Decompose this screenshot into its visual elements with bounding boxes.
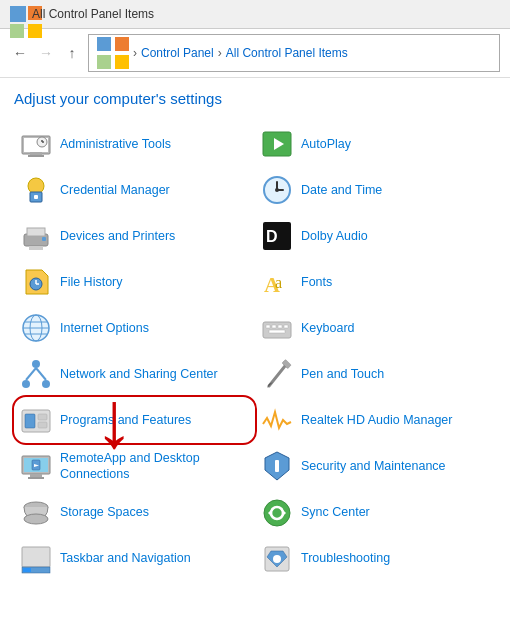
- keyboard-icon: [261, 312, 293, 344]
- network-and-sharing-center-label: Network and Sharing Center: [60, 366, 218, 382]
- svg-point-48: [22, 380, 30, 388]
- svg-point-77: [273, 555, 281, 563]
- title-bar-icon: [10, 6, 26, 22]
- svg-line-51: [36, 368, 46, 380]
- item-devices-and-printers[interactable]: Devices and Printers: [14, 213, 255, 259]
- item-remoteapp-and-desktop-connections[interactable]: RemoteApp and Desktop Connections: [14, 443, 255, 490]
- forward-button[interactable]: →: [36, 43, 56, 63]
- realtek-hd-audio-manager-icon: [261, 404, 293, 436]
- date-and-time-icon: [261, 174, 293, 206]
- svg-rect-44: [278, 325, 282, 328]
- title-bar-text: All Control Panel Items: [32, 7, 154, 21]
- svg-rect-7: [115, 55, 129, 69]
- credential-manager-label: Credential Manager: [60, 182, 170, 198]
- item-taskbar-and-navigation[interactable]: Taskbar and Navigation: [14, 536, 255, 582]
- item-credential-manager[interactable]: Credential Manager: [14, 167, 255, 213]
- title-bar: All Control Panel Items: [0, 0, 510, 29]
- svg-rect-56: [25, 414, 35, 428]
- item-autoplay[interactable]: AutoPlay: [255, 121, 496, 167]
- page-heading: Adjust your computer's settings: [14, 90, 496, 107]
- address-path: › Control Panel › All Control Panel Item…: [88, 34, 500, 72]
- svg-rect-25: [27, 228, 45, 236]
- svg-point-70: [264, 500, 290, 526]
- troubleshooting-label: Troubleshooting: [301, 550, 390, 566]
- item-pen-and-touch[interactable]: Pen and Touch: [255, 351, 496, 397]
- programs-and-features-label: Programs and Features: [60, 412, 191, 428]
- svg-rect-11: [28, 155, 44, 157]
- item-file-history[interactable]: File History: [14, 259, 255, 305]
- date-and-time-label: Date and Time: [301, 182, 382, 198]
- item-storage-spaces[interactable]: Storage Spaces: [14, 490, 255, 536]
- svg-rect-43: [272, 325, 276, 328]
- svg-rect-26: [42, 237, 46, 241]
- svg-rect-4: [97, 37, 111, 51]
- item-security-and-maintenance[interactable]: Security and Maintenance: [255, 443, 496, 490]
- svg-rect-62: [28, 477, 44, 479]
- item-internet-options[interactable]: Internet Options: [14, 305, 255, 351]
- svg-rect-2: [10, 24, 24, 38]
- administrative-tools-icon: [20, 128, 52, 160]
- address-bar: ← → ↑ › Control Panel › All Control Pane…: [0, 29, 510, 78]
- svg-point-23: [275, 188, 279, 192]
- file-history-label: File History: [60, 274, 123, 290]
- svg-rect-45: [284, 325, 288, 328]
- svg-rect-75: [23, 568, 31, 572]
- realtek-hd-audio-manager-label: Realtek HD Audio Manager: [301, 412, 452, 428]
- svg-text:D: D: [266, 228, 278, 245]
- items-grid: Administrative Tools AutoPlay Credential…: [14, 121, 496, 582]
- svg-point-49: [42, 380, 50, 388]
- devices-and-printers-icon: [20, 220, 52, 252]
- security-and-maintenance-icon: [261, 450, 293, 482]
- autoplay-label: AutoPlay: [301, 136, 351, 152]
- troubleshooting-icon: [261, 543, 293, 575]
- svg-rect-0: [10, 6, 24, 20]
- fonts-icon: Aa: [261, 266, 293, 298]
- svg-rect-27: [29, 246, 43, 250]
- svg-rect-6: [97, 55, 111, 69]
- keyboard-label: Keyboard: [301, 320, 355, 336]
- fonts-label: Fonts: [301, 274, 332, 290]
- item-administrative-tools[interactable]: Administrative Tools: [14, 121, 255, 167]
- programs-and-features-icon: [20, 404, 52, 436]
- internet-options-icon: [20, 312, 52, 344]
- administrative-tools-label: Administrative Tools: [60, 136, 171, 152]
- svg-rect-58: [38, 422, 47, 428]
- svg-text:a: a: [275, 274, 282, 291]
- svg-rect-46: [269, 330, 285, 333]
- dolby-audio-label: Dolby Audio: [301, 228, 368, 244]
- back-button[interactable]: ←: [10, 43, 30, 63]
- svg-rect-3: [28, 24, 42, 38]
- pen-and-touch-label: Pen and Touch: [301, 366, 384, 382]
- svg-point-47: [32, 360, 40, 368]
- storage-spaces-label: Storage Spaces: [60, 504, 149, 520]
- item-date-and-time[interactable]: Date and Time: [255, 167, 496, 213]
- svg-rect-73: [22, 547, 50, 567]
- item-troubleshooting[interactable]: Troubleshooting: [255, 536, 496, 582]
- remoteapp-and-desktop-connections-label: RemoteApp and Desktop Connections: [60, 450, 249, 483]
- sync-center-label: Sync Center: [301, 504, 370, 520]
- up-button[interactable]: ↑: [62, 43, 82, 63]
- internet-options-label: Internet Options: [60, 320, 149, 336]
- autoplay-icon: [261, 128, 293, 160]
- file-history-icon: [20, 266, 52, 298]
- svg-rect-5: [115, 37, 129, 51]
- item-network-and-sharing-center[interactable]: Network and Sharing Center: [14, 351, 255, 397]
- sync-center-icon: [261, 497, 293, 529]
- item-programs-and-features[interactable]: Programs and Features: [14, 397, 255, 443]
- item-sync-center[interactable]: Sync Center: [255, 490, 496, 536]
- item-keyboard[interactable]: Keyboard: [255, 305, 496, 351]
- content-area: Adjust your computer's settings ↓ Admini…: [0, 78, 510, 622]
- item-realtek-hd-audio-manager[interactable]: Realtek HD Audio Manager: [255, 397, 496, 443]
- svg-rect-61: [30, 474, 42, 477]
- remoteapp-and-desktop-connections-icon: [20, 450, 52, 482]
- path-control-panel[interactable]: Control Panel: [141, 46, 214, 60]
- item-dolby-audio[interactable]: D Dolby Audio: [255, 213, 496, 259]
- svg-rect-57: [38, 414, 47, 420]
- svg-rect-42: [266, 325, 270, 328]
- svg-point-69: [24, 514, 48, 524]
- network-and-sharing-center-icon: [20, 358, 52, 390]
- pen-and-touch-icon: [261, 358, 293, 390]
- taskbar-and-navigation-icon: [20, 543, 52, 575]
- item-fonts[interactable]: Aa Fonts: [255, 259, 496, 305]
- path-all-items[interactable]: All Control Panel Items: [226, 46, 348, 60]
